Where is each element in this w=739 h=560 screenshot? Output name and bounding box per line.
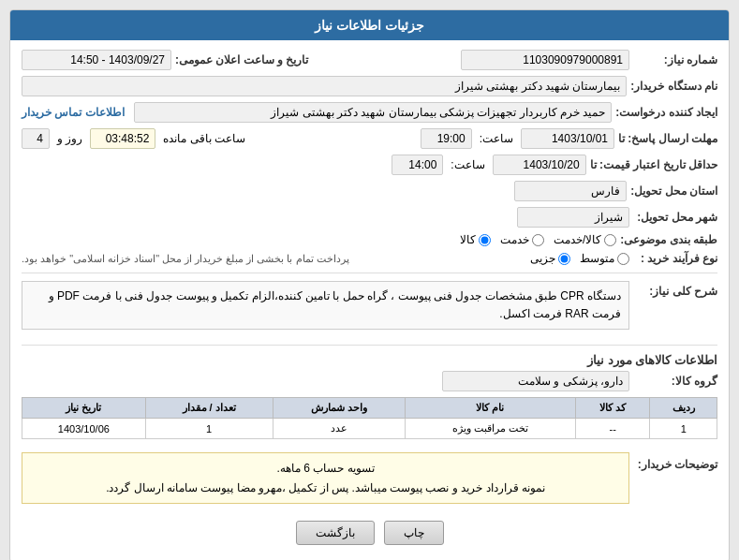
row-tabaghe: طبقه بندی موضوعی: کالا/خدمت خدمت کالا [22, 233, 717, 246]
cell-tarikh-niaz: 1403/10/06 [22, 419, 146, 439]
value-mohlat-date: 1403/10/01 [521, 128, 614, 149]
farayand-radio-group: متوسط جزیی [530, 252, 629, 265]
page-header: جزئیات اطلاعات نیاز [10, 10, 729, 40]
value-group-kala: دارو، پزشکی و سلامت [442, 371, 629, 391]
label-sharh: شرح کلی نیاز: [633, 281, 717, 298]
radio-kala-khedmat[interactable]: کالا/خدمت [554, 233, 616, 246]
notes-line1: تسویه حساب 6 ماهه. [30, 459, 621, 478]
cell-vahed: عدد [273, 419, 405, 439]
value-mohlat-day: 4 [22, 128, 50, 149]
label-ijad: ایجاد کننده درخواست: [615, 106, 717, 119]
tabaghe-radio-group: کالا/خدمت خدمت کالا [460, 233, 616, 246]
label-nofarayand: نوع فرآیند خرید : [633, 252, 717, 265]
row-shahr: شهر محل تحویل: شیراز [22, 207, 717, 228]
label-mohlat-time: ساعت: [480, 132, 513, 145]
label-tarikh: تاریخ و ساعت اعلان عمومی: [175, 53, 308, 66]
radio-kala[interactable]: کالا [460, 233, 491, 246]
value-tarikh: 1403/09/27 - 14:50 [22, 50, 171, 70]
row-group-kala: گروه کالا: دارو، پزشکی و سلامت [22, 371, 717, 391]
row-mohlat: مهلت ارسال پاسخ: تا 1403/10/01 ساعت: 19:… [22, 128, 717, 149]
col-vahed: واحد شمارش [273, 398, 405, 419]
label-notes: توضیحات خریدار: [633, 454, 717, 471]
radio-motawaset[interactable]: متوسط [580, 252, 629, 265]
col-nam: نام کالا [405, 398, 575, 419]
value-hadaqal-time: 14:00 [392, 155, 443, 175]
row-ostan: استان محل تحویل: فارس [22, 181, 717, 201]
label-namdastgah: نام دستگاه خریدار: [630, 80, 717, 93]
value-shomare: 1103090979000891 [461, 50, 629, 70]
value-mohlat-remain: 03:48:52 [90, 128, 155, 149]
cell-tedad: 1 [145, 419, 273, 439]
label-ostan: استان محل تحویل: [630, 184, 717, 198]
value-mohlat-time: 19:00 [421, 128, 472, 149]
value-sharh: دستگاه CPR طبق مشخصات جدول فنی پیوست ، گ… [22, 281, 629, 330]
row-namdastgah: نام دستگاه خریدار: بیمارستان شهید دکتر ب… [22, 76, 717, 96]
row-nofarayand: نوع فرآیند خرید : متوسط جزیی پرداخت تمام… [22, 252, 717, 265]
label-shahr: شهر محل تحویل: [633, 211, 717, 224]
bottom-buttons: چاپ بازگشت [22, 509, 717, 553]
cell-kod: -- [575, 419, 649, 439]
value-shahr: شیراز [517, 207, 629, 228]
label-shomare: شماره نیاز: [633, 53, 717, 66]
col-tarikh: تاریخ نیاز [22, 398, 146, 419]
row-sharh: شرح کلی نیاز: دستگاه CPR طبق مشخصات جدول… [22, 281, 717, 337]
value-ostan: فارس [514, 181, 627, 201]
kala-table: ردیف کد کالا نام کالا واحد شمارش تعداد /… [22, 397, 717, 439]
cell-nam: تخت مراقبت ویژه [405, 419, 575, 439]
radio-jozi[interactable]: جزیی [530, 252, 570, 265]
farayand-note: پرداخت تمام با بخشی از مبلغ خریدار از مح… [22, 253, 349, 265]
label-hadaqal: حداقل تاریخ اعتبار قیمت: تا [590, 158, 717, 171]
main-container: جزئیات اطلاعات نیاز شماره نیاز: 11030909… [9, 9, 730, 560]
kala-section-title: اطلاعات کالاهای مورد نیاز [22, 353, 717, 367]
label-mohlat: مهلت ارسال پاسخ: تا [618, 132, 717, 145]
table-row: 1 -- تخت مراقبت ویژه عدد 1 1403/10/06 [22, 419, 717, 439]
radio-khedmat[interactable]: خدمت [500, 233, 544, 246]
tamas-link[interactable]: اطلاعات تماس خریدار [22, 106, 125, 119]
label-tabaghe: طبقه بندی موضوعی: [620, 233, 717, 246]
label-group-kala: گروه کالا: [633, 375, 717, 388]
back-button[interactable]: بازگشت [296, 521, 375, 545]
print-button[interactable]: چاپ [384, 521, 444, 545]
content-area: شماره نیاز: 1103090979000891 تاریخ و ساع… [10, 40, 729, 560]
label-mohlat-remain: ساعت باقی مانده [163, 132, 245, 145]
col-tedad: تعداد / مقدار [145, 398, 273, 419]
notes-line2: نمونه قرارداد خرید و نصب پیوست میباشد. پ… [30, 479, 621, 497]
value-hadaqal-date: 1403/10/20 [493, 155, 586, 175]
label-mohlat-day: روز و [57, 132, 82, 145]
notes-box: تسویه حساب 6 ماهه. نمونه قرارداد خرید و … [22, 452, 629, 504]
page-title: جزئیات اطلاعات نیاز [315, 18, 424, 33]
row-ijad: ایجاد کننده درخواست: حمید خرم کاربردار ت… [22, 102, 717, 123]
value-ijad: حمید خرم کاربردار تجهیزات پزشکی بیمارستا… [134, 102, 613, 123]
row-hadaqal: حداقل تاریخ اعتبار قیمت: تا 1403/10/20 س… [22, 155, 717, 175]
col-kod: کد کالا [575, 398, 649, 419]
col-radif: ردیف [650, 398, 717, 419]
label-hadaqal-time: ساعت: [451, 158, 484, 171]
row-shomare-tarikh: شماره نیاز: 1103090979000891 تاریخ و ساع… [22, 50, 717, 70]
cell-radif: 1 [650, 419, 717, 439]
row-notes: توضیحات خریدار: تسویه حساب 6 ماهه. نمونه… [22, 447, 717, 504]
value-namdastgah: بیمارستان شهید دکتر بهشتی شیراز [22, 76, 627, 96]
